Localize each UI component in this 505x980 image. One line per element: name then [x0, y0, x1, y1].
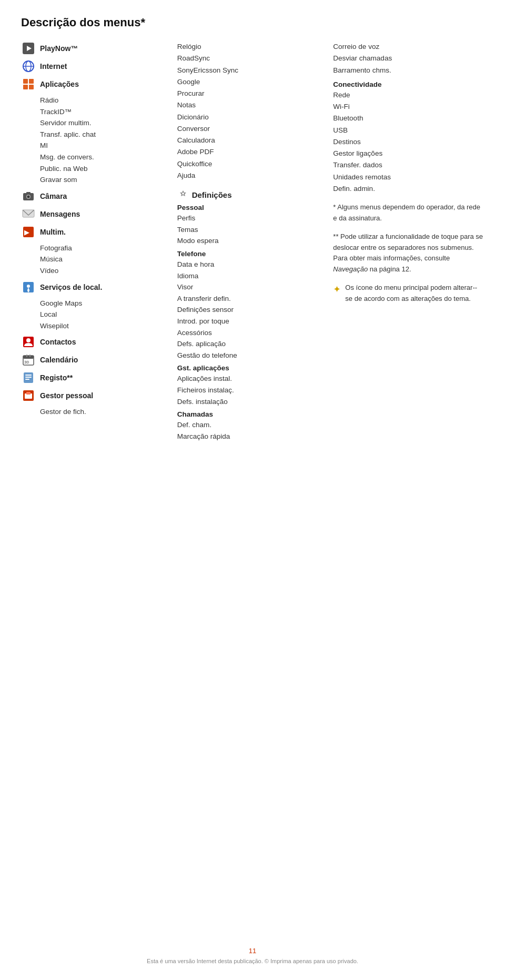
list-item: ▶ Multim.	[21, 225, 172, 239]
telefone-items: Data e hora Idioma Visor A transferir de…	[177, 259, 328, 361]
contacts-label: Contactos	[40, 335, 76, 349]
multim-icon: ▶	[21, 225, 36, 239]
note3: Os ícone do menu principal podem alterar…	[345, 282, 484, 305]
svg-rect-21	[23, 356, 34, 359]
telefone-title: Telefone	[177, 250, 328, 258]
definicoes-icon	[177, 189, 189, 200]
col3-top-items: Correio de voz Desviar chamadas Barramen…	[333, 41, 484, 76]
pessoal-items: Perfis Temas Modo espera	[177, 213, 328, 247]
list-item: 30 Calendário	[21, 352, 172, 367]
page-footer: 11 Esta é uma versão Internet desta publ…	[0, 947, 505, 964]
note2: ** Pode utilizar a funcionalidade de toq…	[333, 231, 484, 275]
svg-rect-23	[29, 355, 31, 357]
list-item: Aplicações	[21, 77, 172, 92]
registo-label: Registo**	[40, 370, 73, 385]
definicoes-title: Definições	[192, 190, 232, 199]
page-title: Descrição dos menus*	[21, 16, 484, 29]
svg-rect-5	[23, 79, 28, 84]
apps-label: Aplicações	[40, 77, 79, 92]
note3-block: ✦ Os ícone do menu principal podem alter…	[333, 282, 484, 305]
chamadas-items: Def. cham. Marcação rápida	[177, 419, 328, 442]
messages-label: Mensagens	[40, 207, 80, 221]
gst-aplicacoes-title: Gst. aplicações	[177, 364, 328, 372]
svg-rect-22	[26, 355, 27, 357]
camera-icon	[21, 189, 36, 204]
column-1: PlayNow™ Internet	[21, 41, 177, 421]
gestor-icon	[21, 388, 36, 403]
calendar-icon: 30	[21, 352, 36, 367]
column-2: Relógio RoadSync SonyEricsson Sync Googl…	[177, 41, 334, 445]
internet-icon	[21, 59, 36, 74]
list-item: Mensagens	[21, 207, 172, 221]
services-subitems: Google Maps Local Wisepilot	[40, 298, 172, 332]
page-number: 11	[0, 947, 505, 955]
list-item: Câmara	[21, 189, 172, 204]
svg-rect-6	[29, 79, 34, 84]
pessoal-title: Pessoal	[177, 204, 328, 211]
services-label: Serviços de local.	[40, 280, 102, 295]
footer-text: Esta é uma versão Internet desta publica…	[0, 958, 505, 964]
registo-icon	[21, 370, 36, 385]
apps-subitems: Rádio TrackID™ Servidor multim. Transf. …	[40, 95, 172, 186]
multim-label: Multim.	[40, 225, 66, 239]
svg-rect-27	[25, 377, 32, 378]
svg-point-17	[27, 285, 30, 288]
svg-rect-12	[26, 192, 31, 194]
svg-rect-26	[25, 375, 32, 376]
note1: * Alguns menus dependem do operador, da …	[333, 202, 484, 224]
list-item: Registo**	[21, 370, 172, 385]
gestor-label: Gestor pessoal	[40, 388, 93, 403]
list-item: Serviços de local.	[21, 280, 172, 295]
svg-point-32	[182, 193, 184, 195]
svg-point-11	[27, 195, 30, 198]
lightbulb-icon: ✦	[333, 284, 341, 295]
services-icon	[21, 280, 36, 295]
conectividade-title: Conectividade	[333, 80, 484, 88]
playnow-icon	[21, 41, 36, 56]
list-item: PlayNow™	[21, 41, 172, 56]
apps-icon	[21, 77, 36, 92]
list-item: Gestor pessoal	[21, 388, 172, 403]
svg-text:30: 30	[24, 360, 29, 365]
chamadas-title: Chamadas	[177, 410, 328, 418]
playnow-label: PlayNow™	[40, 41, 78, 56]
svg-rect-31	[26, 392, 31, 395]
svg-rect-28	[25, 379, 29, 380]
contacts-icon	[21, 335, 36, 349]
list-item: Contactos	[21, 335, 172, 349]
multim-subitems: Fotografia Música Vídeo	[40, 243, 172, 277]
svg-point-19	[26, 338, 31, 342]
calendar-label: Calendário	[40, 352, 78, 367]
svg-rect-8	[29, 85, 34, 89]
svg-rect-7	[23, 85, 28, 89]
messages-icon	[21, 207, 36, 221]
gestor-subitems: Gestor de fich.	[40, 406, 172, 418]
conectividade-items: Rede Wi-Fi Bluetooth USB Destinos Gestor…	[333, 89, 484, 195]
definicoes-section-header: Definições	[177, 189, 328, 200]
column-3: Correio de voz Desviar chamadas Barramen…	[333, 41, 484, 305]
list-item: Internet	[21, 59, 172, 74]
gst-aplicacoes-items: Aplicações instal. Ficheiros instalaç. D…	[177, 373, 328, 407]
svg-text:▶: ▶	[24, 229, 29, 236]
camera-label: Câmara	[40, 189, 67, 204]
internet-label: Internet	[40, 59, 67, 74]
col2-top-items: Relógio RoadSync SonyEricsson Sync Googl…	[177, 41, 328, 181]
